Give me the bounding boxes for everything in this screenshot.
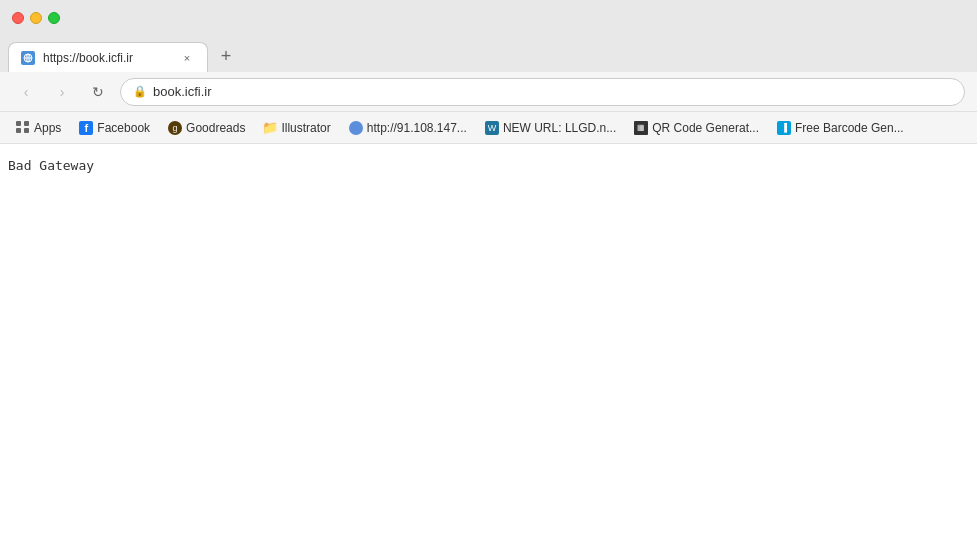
new-tab-button[interactable]: + bbox=[212, 42, 240, 70]
traffic-lights bbox=[12, 12, 60, 24]
tab-favicon bbox=[21, 51, 35, 65]
bookmark-http[interactable]: http://91.108.147... bbox=[341, 116, 475, 140]
bookmark-wordpress[interactable]: W NEW URL: LLGD.n... bbox=[477, 116, 624, 140]
bookmark-goodreads-label: Goodreads bbox=[186, 121, 245, 135]
nav-bar: ‹ › ↻ 🔒 book.icfi.ir bbox=[0, 72, 977, 112]
bookmark-illustrator[interactable]: 📁 Illustrator bbox=[255, 116, 338, 140]
bookmark-http-label: http://91.108.147... bbox=[367, 121, 467, 135]
bookmark-facebook[interactable]: f Facebook bbox=[71, 116, 158, 140]
lock-icon: 🔒 bbox=[133, 85, 147, 98]
qr-icon: ▦ bbox=[634, 121, 648, 135]
minimize-button[interactable] bbox=[30, 12, 42, 24]
error-message: Bad Gateway bbox=[8, 158, 94, 173]
barcode-icon: ▐ bbox=[777, 121, 791, 135]
bookmark-barcode-label: Free Barcode Gen... bbox=[795, 121, 904, 135]
facebook-icon: f bbox=[79, 121, 93, 135]
apps-icon bbox=[16, 121, 30, 135]
refresh-button[interactable]: ↻ bbox=[84, 78, 112, 106]
maximize-button[interactable] bbox=[48, 12, 60, 24]
bookmark-qr-label: QR Code Generat... bbox=[652, 121, 759, 135]
tab-close-button[interactable]: × bbox=[179, 50, 195, 66]
bookmark-illustrator-label: Illustrator bbox=[281, 121, 330, 135]
forward-button[interactable]: › bbox=[48, 78, 76, 106]
bookmark-goodreads[interactable]: g Goodreads bbox=[160, 116, 253, 140]
tab-bar: https://book.icfi.ir × + bbox=[0, 36, 977, 72]
tab-title: https://book.icfi.ir bbox=[43, 51, 171, 65]
bookmark-wordpress-label: NEW URL: LLGD.n... bbox=[503, 121, 616, 135]
url-text: book.icfi.ir bbox=[153, 84, 212, 99]
bookmark-qr[interactable]: ▦ QR Code Generat... bbox=[626, 116, 767, 140]
bookmark-facebook-label: Facebook bbox=[97, 121, 150, 135]
back-button[interactable]: ‹ bbox=[12, 78, 40, 106]
address-bar[interactable]: 🔒 book.icfi.ir bbox=[120, 78, 965, 106]
bookmark-apps-label: Apps bbox=[34, 121, 61, 135]
bookmark-apps[interactable]: Apps bbox=[8, 116, 69, 140]
http-icon bbox=[349, 121, 363, 135]
goodreads-icon: g bbox=[168, 121, 182, 135]
bookmarks-bar: Apps f Facebook g Goodreads 📁 Illustrato… bbox=[0, 112, 977, 144]
bookmark-barcode[interactable]: ▐ Free Barcode Gen... bbox=[769, 116, 912, 140]
folder-icon: 📁 bbox=[263, 121, 277, 135]
page-content: Bad Gateway bbox=[0, 144, 977, 542]
wordpress-icon: W bbox=[485, 121, 499, 135]
close-button[interactable] bbox=[12, 12, 24, 24]
active-tab[interactable]: https://book.icfi.ir × bbox=[8, 42, 208, 72]
title-bar bbox=[0, 0, 977, 36]
